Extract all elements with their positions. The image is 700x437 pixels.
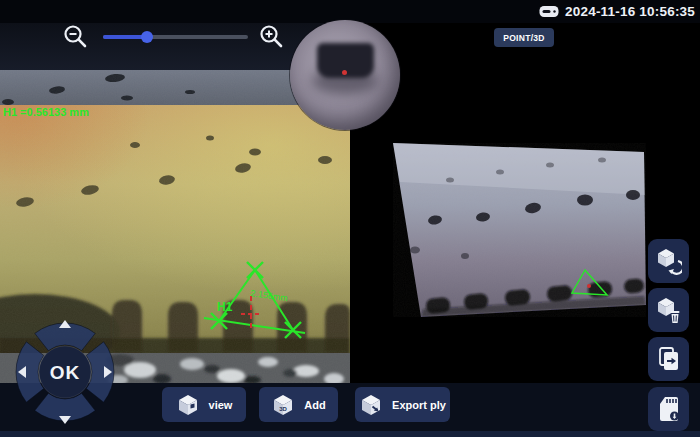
- cube-3d-text: 3D: [279, 406, 287, 412]
- view-button[interactable]: view: [162, 387, 246, 422]
- zoom-slider[interactable]: [103, 35, 248, 39]
- storage-drive-icon: [539, 5, 559, 18]
- save-to-sd-button[interactable]: [648, 387, 689, 431]
- magnifier-inset: [290, 20, 400, 130]
- pointcloud-view[interactable]: [380, 120, 660, 335]
- triangle-h1-label: H1: [217, 300, 233, 314]
- add-button[interactable]: 3D Add: [259, 387, 338, 422]
- ok-button-label: OK: [50, 362, 81, 383]
- datetime-label: 2024-11-16 10:56:35: [565, 4, 695, 19]
- bottom-edge-strip: [0, 431, 700, 437]
- file-export-icon: [656, 345, 682, 373]
- cube-3d-icon: [176, 393, 200, 417]
- delete-3d-button[interactable]: [648, 288, 689, 332]
- cube-export-icon: [359, 393, 383, 417]
- dpad: OK: [12, 316, 118, 430]
- point3d-mode-button[interactable]: POINT/3D: [494, 28, 554, 47]
- cube-rotate-icon: [655, 247, 682, 275]
- sd-card-save-icon: [656, 395, 682, 423]
- mesh-grain: [393, 143, 646, 317]
- zoom-out-button[interactable]: [62, 23, 89, 50]
- measurement-readout: H1 =0.56133 mm: [3, 106, 89, 118]
- reset-3d-view-button[interactable]: [648, 239, 689, 283]
- zoom-slider-thumb[interactable]: [141, 31, 153, 43]
- view-button-label: view: [209, 399, 233, 411]
- inset-cursor-dot: [342, 70, 347, 75]
- cube-delete-icon: [655, 296, 682, 324]
- export-ply-button[interactable]: Export ply: [355, 387, 450, 422]
- device-screen: 2024-11-16 10:56:35 POINT/3D: [0, 0, 700, 437]
- cube-3d-icon: 3D: [271, 393, 295, 417]
- zoom-slider-fill: [103, 35, 147, 39]
- export-file-button[interactable]: [648, 337, 689, 381]
- zoom-in-button[interactable]: [258, 23, 285, 50]
- export-ply-button-label: Export ply: [392, 399, 446, 411]
- add-button-label: Add: [304, 399, 325, 411]
